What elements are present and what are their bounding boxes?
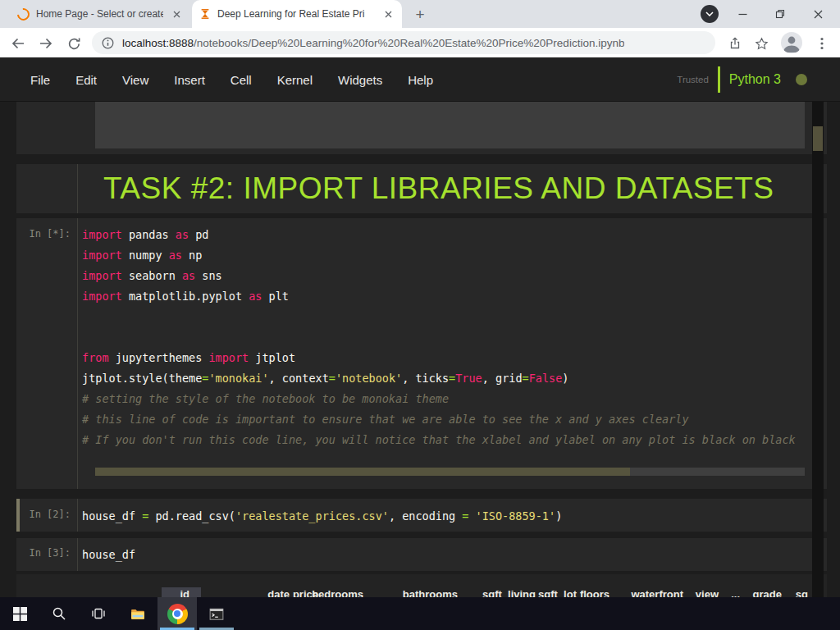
df-col-bedrooms: bedrooms (312, 588, 363, 597)
terminal-taskbar-button[interactable] (197, 597, 236, 630)
back-button[interactable] (10, 35, 26, 52)
vertical-scrollbar[interactable] (812, 102, 824, 597)
new-tab-button[interactable]: + (410, 5, 430, 25)
tab-close-icon[interactable] (170, 7, 183, 21)
notebook-area: TASK #2: IMPORT LIBRARIES AND DATASETS I… (0, 102, 840, 597)
start-button[interactable] (0, 597, 39, 630)
code-cell-house-df[interactable]: In [3]: house_df (16, 538, 827, 571)
df-col-sq: sq (796, 588, 808, 597)
task-heading: TASK #2: IMPORT LIBRARIES AND DATASETS (103, 164, 774, 213)
code-editor[interactable]: import pandas as pdimport numpy as npimp… (82, 225, 796, 450)
df-col-floors: floors (580, 588, 609, 597)
horizontal-scrollbar-thumb[interactable] (95, 468, 630, 476)
tab-title: Deep Learning for Real Estate Pri (217, 8, 375, 20)
df-col-sqft_living: sqft_living (482, 588, 536, 597)
code-editor[interactable]: house_df (82, 548, 135, 561)
code-cell-imports[interactable]: In [*]: import pandas as pdimport numpy … (16, 218, 827, 489)
browser-tab-home[interactable]: Home Page - Select or create a n (10, 0, 190, 28)
window-close-button[interactable] (799, 0, 837, 28)
cell-prompt: In [*]: (16, 228, 71, 240)
forward-button[interactable] (38, 35, 54, 52)
code-cell-partial[interactable] (16, 102, 827, 154)
search-icon (52, 606, 66, 621)
kernel-divider-bar (718, 66, 720, 93)
browser-address-bar: localhost:8888/notebooks/Deep%20Learning… (0, 28, 840, 57)
menu-item-file[interactable]: File (30, 73, 50, 87)
browser-menu-dots-icon[interactable] (814, 35, 830, 52)
reload-button[interactable] (66, 35, 82, 52)
task-view-button[interactable] (79, 597, 118, 630)
menu-item-widgets[interactable]: Widgets (338, 73, 382, 87)
df-col-bathrooms: bathrooms (403, 588, 458, 597)
df-col-sqft_lot: sqft_lot (538, 588, 577, 597)
profile-avatar[interactable] (781, 32, 802, 53)
dataframe-output: iddatepricebedroomsbathroomssqft_livings… (16, 574, 827, 597)
menu-item-kernel[interactable]: Kernel (277, 73, 313, 87)
terminal-icon (209, 607, 224, 621)
url-omnibox[interactable]: localhost:8888/notebooks/Deep%20Learning… (92, 31, 715, 54)
windows-taskbar (0, 597, 840, 630)
share-icon[interactable] (727, 35, 743, 52)
trusted-label: Trusted (677, 75, 709, 84)
windows-logo-icon (13, 607, 27, 621)
df-col-grade: grade (753, 588, 782, 597)
menu-item-view[interactable]: View (122, 73, 148, 87)
url-text: localhost:8888/notebooks/Deep%20Learning… (122, 37, 624, 49)
cell-prompt-divider (77, 164, 78, 213)
tab-title: Home Page - Select or create a n (36, 8, 163, 20)
vertical-scrollbar-thumb[interactable] (813, 126, 823, 151)
kernel-busy-indicator-icon (796, 74, 807, 85)
df-col-ellipsis: ... (731, 588, 740, 597)
cell-prompt-divider (77, 218, 78, 489)
taskbar-search-button[interactable] (39, 597, 79, 630)
kernel-indicator-area: Trusted Python 3 (677, 57, 807, 102)
hourglass-favicon-icon (199, 8, 211, 20)
cell-prompt-divider (77, 499, 78, 532)
cell-prompt-divider (77, 538, 78, 571)
code-editor[interactable]: house_df = pd.read_csv('realestate_price… (82, 509, 562, 523)
df-col-waterfront: waterfront (631, 588, 683, 597)
cell-prompt: In [3]: (16, 547, 71, 559)
tab-search-chevron-button[interactable] (701, 5, 719, 23)
markdown-cell[interactable]: TASK #2: IMPORT LIBRARIES AND DATASETS (16, 164, 827, 213)
code-input-empty[interactable] (95, 102, 805, 148)
page-info-icon[interactable] (102, 37, 114, 49)
window-minimize-button[interactable] (724, 0, 761, 28)
menu-item-edit[interactable]: Edit (75, 73, 97, 87)
chrome-taskbar-button[interactable] (158, 597, 197, 630)
tab-loading-spinner-icon (15, 5, 32, 22)
tab-close-icon[interactable] (381, 7, 395, 21)
file-explorer-button[interactable] (118, 597, 158, 630)
menu-item-insert[interactable]: Insert (174, 73, 205, 87)
df-col-view: view (696, 588, 719, 597)
menu-item-help[interactable]: Help (408, 73, 433, 87)
cell-prompt: In [2]: (16, 509, 71, 520)
chrome-icon (167, 604, 188, 624)
bookmark-star-icon[interactable] (753, 35, 769, 52)
df-col-date: date (267, 588, 290, 597)
browser-tab-notebook-active[interactable]: Deep Learning for Real Estate Pri (192, 0, 402, 28)
jupyter-menubar: FileEditViewInsertCellKernelWidgetsHelp … (0, 57, 840, 102)
file-explorer-icon (130, 607, 145, 620)
horizontal-scrollbar[interactable] (95, 468, 805, 476)
browser-tab-bar: Home Page - Select or create a n Deep Le… (0, 0, 840, 28)
task-view-icon (91, 607, 106, 620)
code-cell-read-csv[interactable]: In [2]: house_df = pd.read_csv('realesta… (16, 499, 827, 532)
menu-item-cell[interactable]: Cell (231, 73, 252, 87)
kernel-name[interactable]: Python 3 (729, 72, 781, 87)
window-restore-button[interactable] (761, 0, 799, 28)
df-col-id: id (180, 588, 189, 597)
